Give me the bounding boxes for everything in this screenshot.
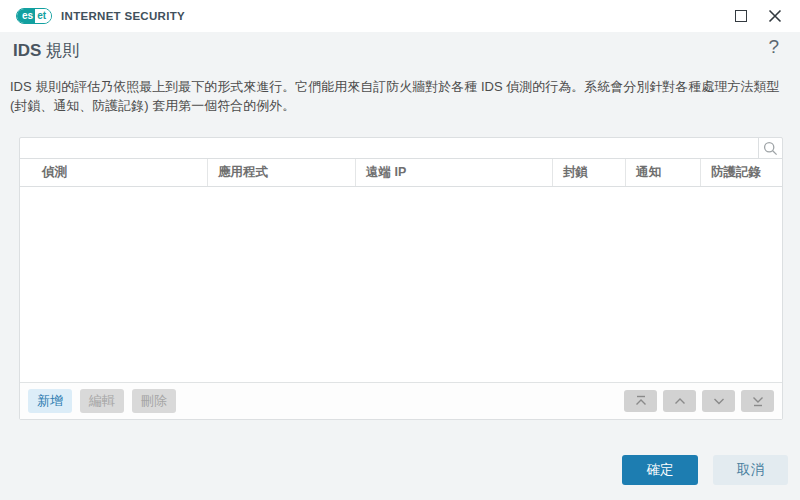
ok-button[interactable]: 確定 — [622, 455, 698, 485]
close-button[interactable] — [760, 0, 790, 32]
column-header-notify[interactable]: 通知 — [626, 159, 701, 186]
move-to-top-icon — [634, 395, 648, 407]
add-button[interactable]: 新增 — [28, 389, 72, 413]
rules-panel: 偵測 應用程式 遠端 IP 封鎖 通知 防護記錄 新增 編輯 刪除 — [19, 137, 783, 420]
move-to-bottom-button[interactable] — [741, 390, 774, 412]
titlebar: es et INTERNET SECURITY — [0, 0, 800, 32]
search-input[interactable] — [20, 138, 758, 158]
move-down-button[interactable] — [702, 390, 735, 412]
move-up-button[interactable] — [663, 390, 696, 412]
page-description: IDS 規則的評估乃依照最上到最下的形式來進行。它們能用來自訂防火牆對於各種 I… — [10, 77, 792, 115]
ids-rules-dialog: es et INTERNET SECURITY IDS規則 ? IDS 規則的評… — [0, 0, 800, 500]
help-icon[interactable]: ? — [768, 36, 779, 58]
table-body-empty — [20, 187, 782, 382]
eset-logo-left: es — [17, 9, 35, 23]
eset-logo: es et — [16, 8, 52, 24]
move-to-top-button[interactable] — [624, 390, 657, 412]
maximize-icon — [735, 10, 747, 22]
column-header-log[interactable]: 防護記錄 — [701, 159, 782, 186]
move-up-icon — [673, 395, 687, 407]
column-header-detection[interactable]: 偵測 — [20, 159, 208, 186]
page-title-zh: 規則 — [45, 41, 79, 60]
rules-toolbar: 新增 編輯 刪除 — [20, 382, 782, 419]
delete-button[interactable]: 刪除 — [132, 389, 176, 413]
close-icon — [768, 9, 782, 23]
column-header-remote-ip[interactable]: 遠端 IP — [356, 159, 553, 186]
search-row — [20, 138, 782, 159]
search-icon — [763, 141, 778, 156]
cancel-button[interactable]: 取消 — [713, 455, 788, 485]
maximize-button[interactable] — [726, 0, 756, 32]
product-name: INTERNET SECURITY — [61, 10, 185, 22]
column-header-block[interactable]: 封鎖 — [553, 159, 626, 186]
eset-logo-right: et — [35, 9, 51, 23]
move-down-icon — [712, 395, 726, 407]
page-title: IDS規則 — [13, 39, 79, 62]
edit-button[interactable]: 編輯 — [80, 389, 124, 413]
column-header-application[interactable]: 應用程式 — [208, 159, 356, 186]
page-title-en: IDS — [13, 41, 41, 60]
table-header-row: 偵測 應用程式 遠端 IP 封鎖 通知 防護記錄 — [20, 159, 782, 187]
search-button[interactable] — [758, 138, 782, 158]
move-to-bottom-icon — [751, 395, 765, 407]
